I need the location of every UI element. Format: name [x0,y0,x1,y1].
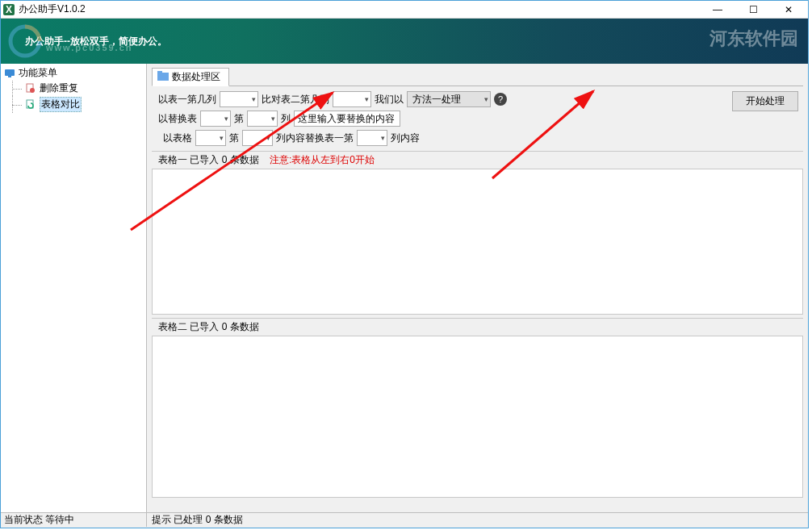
label-by-table: 以表格 [163,131,192,145]
label-replace-to: 列内容替换表一第 [276,131,354,145]
file-refresh-icon [25,99,36,111]
app-icon: X [2,3,15,16]
app-banner: 办公助手--放松双手，简便办公。 www.pc0359.cn 河东软件园 [1,19,808,64]
sidebar-item-label: 删除重复 [40,81,78,95]
tab-label: 数据处理区 [172,70,220,84]
label-lie: 列 [281,112,291,126]
panel2-header: 表格二 已导入 0 条数据 [158,321,259,332]
combo-src-table[interactable]: ▾ [195,130,226,146]
sidebar: 功能菜单 删除重复 表格对比 [1,64,147,512]
label-di: 第 [234,112,244,126]
folder-icon [157,71,169,83]
label-replace-table: 以替换表 [158,112,197,126]
svg-rect-4 [8,76,11,77]
chevron-down-icon: ▾ [252,95,256,103]
panel2-body[interactable] [152,336,803,498]
file-lock-icon [25,83,36,94]
monitor-icon [4,68,15,79]
combo-table2-col[interactable]: ▾ [333,91,371,107]
label-table2-col: 比对表二第几列 [262,93,329,106]
panel-table2: 表格二 已导入 0 条数据 [152,318,803,498]
start-button[interactable]: 开始处理 [732,91,798,111]
tree-root-label: 功能菜单 [19,66,57,80]
maximize-button[interactable]: ☐ [735,2,771,18]
panel-table1: 表格一 已导入 0 条数据 注意:表格从左到右0开始 [152,151,803,315]
help-icon[interactable]: ? [494,93,507,106]
panel1-body[interactable] [152,169,803,315]
combo-dst-col[interactable]: ▾ [357,130,387,146]
combo-src-col[interactable]: ▾ [242,130,273,146]
panel1-header: 表格一 已导入 0 条数据 [158,154,259,165]
combo-table1-col[interactable]: ▾ [220,91,258,107]
minimize-button[interactable]: — [700,2,735,18]
status-state: 当前状态 等待中 [1,513,147,527]
label-table1-col: 以表一第几列 [158,93,216,106]
svg-rect-9 [157,71,162,74]
label-we-use: 我们以 [375,93,404,106]
panel1-warning: 注意:表格从左到右0开始 [270,154,375,165]
form-area: 以表一第几列 ▾ 比对表二第几列 ▾ 我们以 方法一处理 ▾ ? 以替换表 ▾ … [152,86,803,151]
window-title: 办公助手V1.0.2 [19,2,700,16]
sidebar-item-remove-dup[interactable]: 删除重复 [4,81,146,96]
replace-content-input[interactable]: 这里输入要替换的内容 [294,111,400,127]
main-area: 数据处理区 开始处理 以表一第几列 ▾ 比对表二第几列 ▾ 我们以 方法一处理 … [147,64,808,512]
label-col-content: 列内容 [391,131,420,145]
combo-replace-table[interactable]: ▾ [200,111,231,127]
tree-root[interactable]: 功能菜单 [4,65,146,81]
chevron-down-icon: ▾ [220,134,224,142]
chevron-down-icon: ▾ [224,115,228,123]
label-di2: 第 [229,131,239,145]
watermark-logo-icon [7,23,43,59]
close-button[interactable]: ✕ [771,2,806,18]
watermark-text: 河东软件园 [709,27,798,51]
chevron-down-icon: ▾ [365,95,369,103]
status-tip: 提示 已处理 0 条数据 [147,513,243,527]
sidebar-item-table-compare[interactable]: 表格对比 [4,96,146,113]
combo-replace-col[interactable]: ▾ [247,111,278,127]
svg-point-6 [30,88,35,93]
chevron-down-icon: ▾ [271,115,275,123]
combo-method[interactable]: 方法一处理 ▾ [407,91,491,107]
chevron-down-icon: ▾ [266,134,270,142]
svg-text:X: X [6,4,12,15]
watermark-url: www.pc0359.cn [46,43,133,52]
svg-rect-3 [5,69,15,76]
chevron-down-icon: ▾ [381,134,385,142]
chevron-down-icon: ▾ [484,95,488,103]
sidebar-item-label: 表格对比 [40,97,82,112]
titlebar: X 办公助手V1.0.2 — ☐ ✕ [1,1,808,19]
status-bar: 当前状态 等待中 提示 已处理 0 条数据 [1,512,808,527]
combo-method-value: 方法一处理 [412,93,461,106]
tab-data-process[interactable]: 数据处理区 [152,68,229,86]
